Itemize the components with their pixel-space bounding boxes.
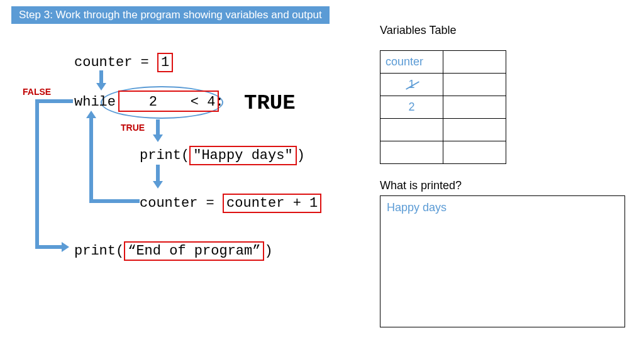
- var-row-2: 2: [380, 96, 443, 119]
- code-line-3: print("Happy days"): [140, 146, 305, 165]
- variables-table: counter 1 2: [380, 50, 506, 164]
- code-text: counter =: [74, 55, 157, 70]
- arrow-4a: [89, 199, 140, 203]
- var-header: counter: [380, 51, 443, 74]
- var-blank: [443, 119, 506, 141]
- true-result: TRUE: [244, 91, 296, 115]
- true-label-small: TRUE: [121, 123, 145, 133]
- close-paren: ): [297, 148, 305, 163]
- var-blank: [443, 96, 506, 119]
- arrow-2-line: [156, 119, 160, 136]
- while-keyword: while: [74, 94, 116, 110]
- expr-box: counter + 1: [223, 194, 321, 213]
- var-blank: [443, 51, 506, 74]
- string-box: "Happy days": [189, 146, 296, 165]
- arrow-4-head: [86, 111, 96, 118]
- printed-title: What is printed?: [380, 179, 462, 192]
- var-blank: [443, 141, 506, 164]
- step-banner: Step 3: Work through the program showing…: [11, 6, 330, 24]
- arrow-5c: [35, 245, 63, 249]
- arrow-1-head: [96, 83, 106, 90]
- var-table-title: Variables Table: [380, 24, 456, 37]
- string-box-2: “End of program”: [124, 241, 264, 261]
- print-call: print(: [140, 148, 189, 163]
- code-line-4: counter = counter + 1: [140, 194, 321, 213]
- condition-redbox: [118, 90, 219, 112]
- arrow-3-line: [156, 165, 160, 182]
- assign-text: counter =: [140, 195, 223, 211]
- code-line-5: print(“End of program”): [74, 241, 273, 261]
- var-blank: [380, 141, 443, 164]
- arrow-2-head: [153, 134, 163, 142]
- close-paren-2: ): [264, 243, 272, 259]
- false-label: FALSE: [23, 87, 51, 97]
- code-line-1: counter = 1: [74, 53, 173, 72]
- arrow-3-head: [153, 181, 163, 189]
- arrow-4b: [89, 117, 93, 203]
- val-box-1: 1: [157, 53, 173, 72]
- arrow-5b: [35, 99, 39, 248]
- printed-box: Happy days: [380, 195, 625, 327]
- arrow-5-head: [62, 242, 69, 252]
- printed-line: Happy days: [387, 201, 618, 214]
- print-call-2: print(: [74, 243, 124, 259]
- arrow-5a: [35, 99, 73, 103]
- var-blank: [380, 119, 443, 141]
- arrow-1-line: [99, 70, 103, 84]
- var-blank: [443, 74, 506, 96]
